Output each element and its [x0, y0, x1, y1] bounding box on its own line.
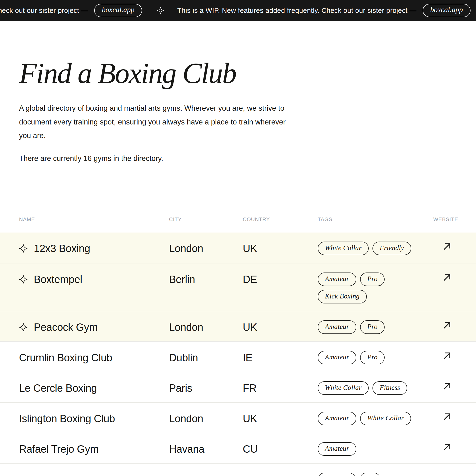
gym-country: CU: [243, 442, 318, 456]
table-header: NAMECITYCOUNTRYTAGSWEBSITE: [0, 216, 476, 233]
gym-directory-table: NAMECITYCOUNTRYTAGSWEBSITE 12x3 Boxing L…: [0, 216, 476, 476]
banner-message: This is a WIP. New features added freque…: [177, 7, 416, 15]
gym-country: IE: [243, 351, 318, 364]
gym-country: UK: [243, 241, 318, 255]
table-row: Islington Boxing Club London UK AmateurW…: [0, 402, 476, 433]
tag-pill: Amateur: [318, 442, 356, 456]
gym-city: London: [169, 241, 243, 255]
column-header-country: COUNTRY: [243, 216, 318, 222]
gym-city: Berlin: [169, 272, 243, 286]
featured-sparkle-icon: [19, 244, 28, 253]
table-row: Crumlin Boxing Club Dublin IE AmateurPro: [0, 341, 476, 372]
gym-name: Boxtempel: [34, 272, 82, 286]
external-link-arrow-icon: [442, 442, 452, 452]
website-cell: [442, 320, 458, 330]
external-link-arrow-icon: [442, 241, 452, 252]
website-cell: [442, 351, 458, 361]
tag-pill: Kick Boxing: [318, 290, 367, 304]
gym-name-cell: Rafael Trejo Gym: [19, 442, 169, 456]
website-link[interactable]: [442, 412, 452, 422]
page-title: Find a Boxing Club: [19, 57, 458, 90]
gym-name: Peacock Gym: [34, 320, 98, 334]
website-link[interactable]: [442, 241, 452, 252]
gym-country: UK: [243, 412, 318, 425]
website-cell: [442, 381, 458, 391]
tag-pill: [360, 473, 381, 476]
website-cell: [442, 241, 458, 252]
external-link-arrow-icon: [442, 351, 452, 361]
sparkle-icon: [157, 7, 164, 14]
tag-pill: White Collar: [360, 412, 411, 425]
website-link[interactable]: [442, 351, 452, 361]
gym-name: Crumlin Boxing Club: [19, 351, 112, 364]
tag-list: White CollarFitness: [318, 381, 431, 395]
featured-sparkle-icon: [19, 323, 28, 332]
gym-country: DE: [243, 272, 318, 286]
table-row: 12x3 Boxing London UK White CollarFriend…: [0, 233, 476, 263]
tag-pill: Amateur: [318, 272, 356, 286]
tag-pill: Amateur: [318, 351, 356, 364]
banner-marquee: This is a WIP. New features added freque…: [0, 4, 476, 17]
table-row: [0, 463, 476, 476]
gym-city: Havana: [169, 442, 243, 456]
gym-name: Islington Boxing Club: [19, 412, 115, 425]
table-row: Le Cercle Boxing Paris FR White CollarFi…: [0, 372, 476, 402]
column-header-city: CITY: [169, 216, 243, 222]
external-link-arrow-icon: [442, 320, 452, 330]
gym-count-text: There are currently 16 gyms in the direc…: [19, 154, 458, 163]
tag-pill: White Collar: [318, 241, 369, 255]
website-link[interactable]: [442, 381, 452, 391]
gym-city: Dublin: [169, 351, 243, 364]
gym-name-cell: 12x3 Boxing: [19, 241, 169, 255]
gym-country: UK: [243, 320, 318, 334]
gym-name: Rafael Trejo Gym: [19, 442, 99, 456]
tag-pill: Amateur: [318, 320, 356, 334]
gym-name-cell: Peacock Gym: [19, 320, 169, 334]
tag-pill: Pro: [360, 351, 385, 364]
tag-list: AmateurProKick Boxing: [318, 272, 431, 304]
boxcal-link[interactable]: boxcal.app: [423, 4, 471, 17]
gym-name-cell: Crumlin Boxing Club: [19, 351, 169, 364]
website-cell: [442, 272, 458, 283]
gym-name-cell: Boxtempel: [19, 272, 169, 286]
gym-city: Paris: [169, 381, 243, 395]
announcement-banner: This is a WIP. New features added freque…: [0, 0, 476, 21]
table-row: Peacock Gym London UK AmateurPro: [0, 311, 476, 341]
tag-list: AmateurPro: [318, 351, 431, 364]
tag-list: [318, 473, 431, 476]
table-row: Boxtempel Berlin DE AmateurProKick Boxin…: [0, 263, 476, 311]
gym-name: Le Cercle Boxing: [19, 381, 97, 395]
gym-country: FR: [243, 381, 318, 395]
table-body: 12x3 Boxing London UK White CollarFriend…: [0, 233, 476, 476]
tag-pill: Amateur: [318, 412, 356, 425]
tag-pill: Friendly: [373, 241, 411, 255]
boxcal-link[interactable]: boxcal.app: [94, 4, 142, 17]
external-link-arrow-icon: [442, 272, 452, 283]
gym-name: 12x3 Boxing: [34, 241, 90, 255]
page-description: A global directory of boxing and martial…: [19, 102, 293, 142]
website-link[interactable]: [442, 320, 452, 330]
tag-list: AmateurPro: [318, 320, 431, 334]
column-header-tags: TAGS: [318, 216, 431, 222]
gym-city: London: [169, 412, 243, 425]
website-cell: [442, 412, 458, 422]
tag-list: Amateur: [318, 442, 431, 456]
website-link[interactable]: [442, 272, 452, 283]
external-link-arrow-icon: [442, 412, 452, 422]
external-link-arrow-icon: [442, 381, 452, 391]
column-header-website: WEBSITE: [431, 216, 458, 222]
gym-name-cell: Islington Boxing Club: [19, 412, 169, 425]
column-header-name: NAME: [19, 216, 169, 222]
intro-section: Find a Boxing Club A global directory of…: [0, 57, 476, 164]
gym-name-cell: Le Cercle Boxing: [19, 381, 169, 395]
tag-list: AmateurWhite Collar: [318, 412, 431, 425]
table-row: Rafael Trejo Gym Havana CU Amateur: [0, 433, 476, 463]
tag-pill: Pro: [360, 320, 385, 334]
tag-pill: [318, 473, 356, 476]
tag-pill: White Collar: [318, 381, 369, 395]
gym-city: London: [169, 320, 243, 334]
tag-pill: Fitness: [373, 381, 407, 395]
website-link[interactable]: [442, 442, 452, 452]
website-cell: [442, 442, 458, 452]
tag-list: White CollarFriendly: [318, 241, 431, 255]
